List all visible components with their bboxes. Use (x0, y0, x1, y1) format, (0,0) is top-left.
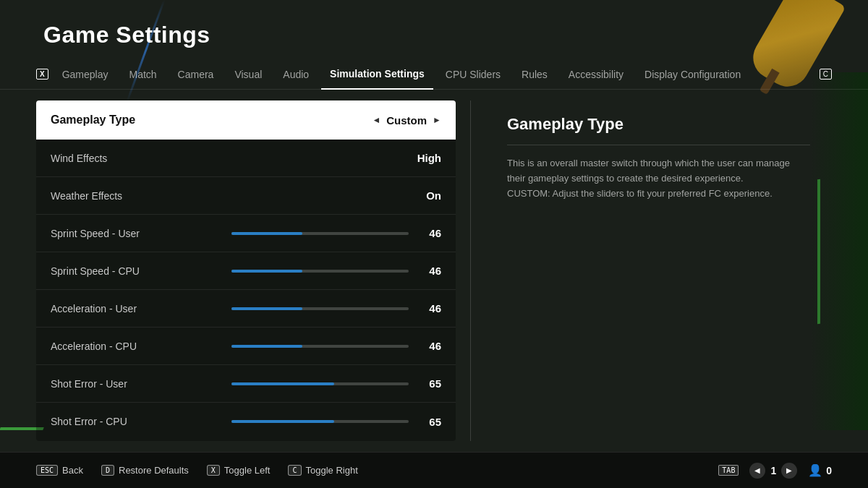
tab-match[interactable]: Match (120, 60, 165, 89)
action-toggle-right-label: Toggle Right (306, 465, 358, 476)
setting-row-shot-error-cpu[interactable]: Shot Error - CPU 65 (36, 403, 456, 440)
setting-row-wind-effects[interactable]: Wind Effects High (36, 140, 456, 177)
setting-value-shot-error-cpu: 65 (416, 416, 441, 428)
player-count: 👤 0 (808, 463, 832, 477)
gameplay-type-value: ◄ Custom ► (372, 114, 441, 127)
setting-value-acceleration-user: 46 (416, 302, 441, 314)
tab-simulation-settings[interactable]: Simulation Settings (321, 59, 433, 90)
setting-row-weather-effects[interactable]: Weather Effects On (36, 177, 456, 215)
setting-row-acceleration-user[interactable]: Acceleration - User 46 (36, 290, 456, 328)
slider-fill (231, 307, 302, 310)
slider-fill (231, 382, 334, 385)
settings-panel: Gameplay Type ◄ Custom ► Wind Effects Hi… (36, 100, 456, 441)
action-restore-label: Restore Defaults (119, 465, 189, 476)
tab-camera[interactable]: Camera (169, 60, 223, 89)
nav-right-icon: C (820, 69, 832, 80)
slider-sprint-speed-user[interactable] (231, 232, 409, 235)
slider-track (231, 420, 409, 423)
tab-gameplay[interactable]: Gameplay (54, 60, 117, 89)
setting-value-wind-effects: High (416, 152, 441, 164)
slider-track (231, 307, 409, 310)
info-description: This is an overall master switch through… (507, 156, 810, 201)
action-back[interactable]: ESC Back (36, 465, 83, 476)
content-area: Gameplay Type ◄ Custom ► Wind Effects Hi… (0, 90, 868, 452)
bottom-right-controls: TAB ◀ 1 ▶ 👤 0 (718, 463, 832, 479)
setting-label-sprint-speed-cpu: Sprint Speed - CPU (51, 265, 224, 277)
setting-label-wind-effects: Wind Effects (51, 153, 224, 164)
player-icon: 👤 (808, 463, 822, 477)
setting-label-shot-error-user: Shot Error - User (51, 378, 224, 390)
setting-row-acceleration-cpu[interactable]: Acceleration - CPU 46 (36, 328, 456, 365)
action-toggle-left[interactable]: X Toggle Left (207, 465, 271, 476)
setting-label-shot-error-cpu: Shot Error - CPU (51, 416, 224, 427)
action-toggle-left-label: Toggle Left (224, 465, 271, 476)
setting-value-weather-effects: On (416, 189, 441, 202)
slider-fill (231, 345, 302, 348)
slider-track (231, 270, 409, 273)
setting-label-acceleration-cpu: Acceleration - CPU (51, 341, 224, 352)
tab-cpu-sliders[interactable]: CPU Sliders (437, 60, 509, 89)
slider-shot-error-cpu[interactable] (231, 420, 409, 423)
arrow-left-icon[interactable]: ◄ (372, 115, 380, 125)
tab-rules[interactable]: Rules (513, 60, 556, 89)
main-wrapper: Game Settings X Gameplay Match Camera Vi… (0, 0, 868, 488)
slider-fill (231, 270, 302, 273)
page-title: Game Settings (0, 0, 868, 59)
action-restore-defaults[interactable]: D Restore Defaults (101, 465, 189, 476)
setting-row-shot-error-user[interactable]: Shot Error - User 65 (36, 365, 456, 403)
gameplay-type-current: Custom (386, 114, 427, 127)
slider-fill (231, 420, 334, 423)
setting-row-sprint-speed-user[interactable]: Sprint Speed - User 46 (36, 215, 456, 252)
key-x: X (207, 465, 220, 476)
page-right-button[interactable]: ▶ (781, 463, 797, 479)
arrow-right-icon[interactable]: ► (433, 115, 441, 125)
setting-value-shot-error-user: 65 (416, 377, 441, 390)
setting-label-sprint-speed-user: Sprint Speed - User (51, 228, 224, 239)
tab-visual[interactable]: Visual (226, 60, 271, 89)
nav-left-icon: X (36, 69, 48, 80)
slider-fill (231, 232, 302, 235)
key-esc: ESC (36, 465, 58, 476)
action-back-label: Back (62, 465, 83, 476)
page-nav: ◀ 1 ▶ (749, 463, 797, 479)
info-divider (507, 145, 810, 145)
key-d: D (101, 465, 114, 476)
slider-track (231, 232, 409, 235)
bottom-bar: ESC Back D Restore Defaults X Toggle Lef… (0, 452, 868, 488)
setting-label-acceleration-user: Acceleration - User (51, 303, 224, 314)
nav-tabs: X Gameplay Match Camera Visual Audio Sim… (0, 59, 868, 90)
setting-label-weather-effects: Weather Effects (51, 190, 224, 202)
setting-value-sprint-speed-cpu: 46 (416, 265, 441, 277)
tab-audio[interactable]: Audio (274, 60, 318, 89)
gameplay-type-row[interactable]: Gameplay Type ◄ Custom ► (36, 100, 456, 140)
setting-value-acceleration-cpu: 46 (416, 340, 441, 352)
slider-track (231, 382, 409, 385)
panel-divider (470, 100, 471, 441)
page-left-button[interactable]: ◀ (749, 463, 765, 479)
key-c: C (288, 465, 301, 476)
slider-sprint-speed-cpu[interactable] (231, 270, 409, 273)
slider-acceleration-cpu[interactable] (231, 345, 409, 348)
page-number: 1 (770, 465, 776, 476)
slider-acceleration-user[interactable] (231, 307, 409, 310)
gameplay-type-label: Gameplay Type (51, 114, 135, 127)
info-panel-title: Gameplay Type (507, 115, 810, 134)
info-panel: Gameplay Type This is an overall master … (485, 100, 832, 441)
tab-accessibility[interactable]: Accessibility (560, 60, 632, 89)
slider-track (231, 345, 409, 348)
player-number: 0 (826, 465, 832, 476)
tab-key-icon: TAB (718, 465, 739, 476)
slider-shot-error-user[interactable] (231, 382, 409, 385)
setting-value-sprint-speed-user: 46 (416, 227, 441, 239)
tab-display-configuration[interactable]: Display Configuration (636, 60, 749, 89)
setting-row-sprint-speed-cpu[interactable]: Sprint Speed - CPU 46 (36, 252, 456, 290)
action-toggle-right[interactable]: C Toggle Right (288, 465, 357, 476)
